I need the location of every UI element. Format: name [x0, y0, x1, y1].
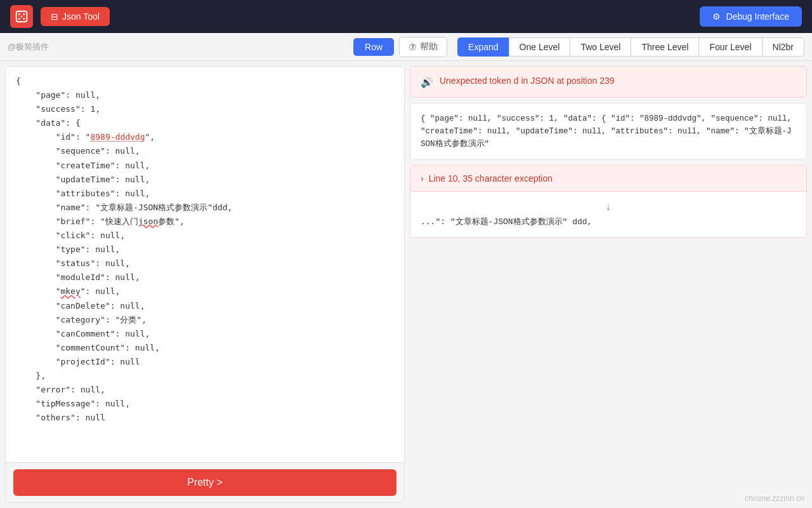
- svg-point-1: [18, 13, 20, 15]
- error-card: 🔊 Unexpected token d in JSON at position…: [410, 66, 807, 98]
- svg-point-5: [21, 16, 23, 18]
- code-editor[interactable]: { "page": null, "success": 1, "data": { …: [6, 67, 404, 462]
- svg-point-2: [23, 13, 25, 15]
- tab-expand[interactable]: Expand: [457, 37, 508, 57]
- pretty-btn-container: Pretty >: [6, 462, 404, 502]
- debug-icon: ⚙: [712, 11, 721, 22]
- svg-point-4: [23, 18, 25, 20]
- tab-three-level[interactable]: Three Level: [631, 37, 698, 57]
- debug-interface-button[interactable]: ⚙ Debug Interface: [700, 6, 802, 27]
- logo-icon: [10, 5, 33, 28]
- json-tool-button[interactable]: ⊟ Json Tool: [41, 7, 110, 26]
- tab-group: Expand One Level Two Level Three Level F…: [457, 37, 804, 57]
- footer-watermark: chrome.zzzmh.cn: [410, 494, 807, 503]
- json-preview-card: { "page": null, "success": 1, "data": { …: [410, 103, 807, 160]
- pretty-button[interactable]: Pretty >: [13, 469, 396, 496]
- debug-label: Debug Interface: [726, 11, 789, 22]
- svg-point-3: [18, 18, 20, 20]
- help-button[interactable]: ⑦ 帮助: [399, 37, 447, 57]
- row-button[interactable]: Row: [353, 38, 394, 56]
- help-label: 帮助: [420, 41, 438, 53]
- subheader-row: @极简插件 Row ⑦ 帮助 Expand One Level Two Leve…: [8, 37, 804, 57]
- json-tool-icon: ⊟: [51, 11, 58, 22]
- footer-watermark-text: chrome.zzzmh.cn: [745, 494, 804, 503]
- pretty-label: Pretty >: [187, 477, 223, 488]
- tab-two-level[interactable]: Two Level: [570, 37, 631, 57]
- subheader: @极简插件 Row ⑦ 帮助 Expand One Level Two Leve…: [0, 33, 812, 61]
- exception-header-text: Line 10, 35 character exception: [429, 173, 553, 184]
- json-tool-label: Json Tool: [62, 11, 100, 22]
- left-panel: { "page": null, "success": 1, "data": { …: [5, 66, 405, 503]
- right-panel: 🔊 Unexpected token d in JSON at position…: [410, 66, 807, 503]
- exception-card: › Line 10, 35 character exception ↓ ..."…: [410, 165, 807, 238]
- watermark-text: @极简插件: [8, 41, 49, 53]
- header: ⊟ Json Tool ⚙ Debug Interface: [0, 0, 812, 33]
- error-icon: 🔊: [421, 76, 433, 88]
- chevron-right-icon: ›: [421, 173, 424, 184]
- json-preview-text: { "page": null, "success": 1, "data": { …: [421, 114, 792, 149]
- tab-one-level[interactable]: One Level: [509, 37, 570, 57]
- header-left: ⊟ Json Tool: [10, 5, 110, 28]
- tab-four-level[interactable]: Four Level: [698, 37, 761, 57]
- exception-header[interactable]: › Line 10, 35 character exception: [410, 166, 806, 191]
- arrow-down-icon: ↓: [421, 202, 796, 213]
- help-icon: ⑦: [409, 42, 417, 52]
- main-content: { "page": null, "success": 1, "data": { …: [0, 61, 812, 508]
- tab-nl2br[interactable]: Nl2br: [762, 37, 804, 57]
- exception-body: ↓ ...": "文章标题-JSON格式参数演示" ddd,: [410, 191, 806, 237]
- exception-detail: ...": "文章标题-JSON格式参数演示" ddd,: [421, 216, 796, 227]
- error-message: Unexpected token d in JSON at position 2…: [440, 76, 615, 86]
- code-content: { "page": null, "success": 1, "data": { …: [16, 74, 394, 425]
- dice-svg: [15, 10, 29, 23]
